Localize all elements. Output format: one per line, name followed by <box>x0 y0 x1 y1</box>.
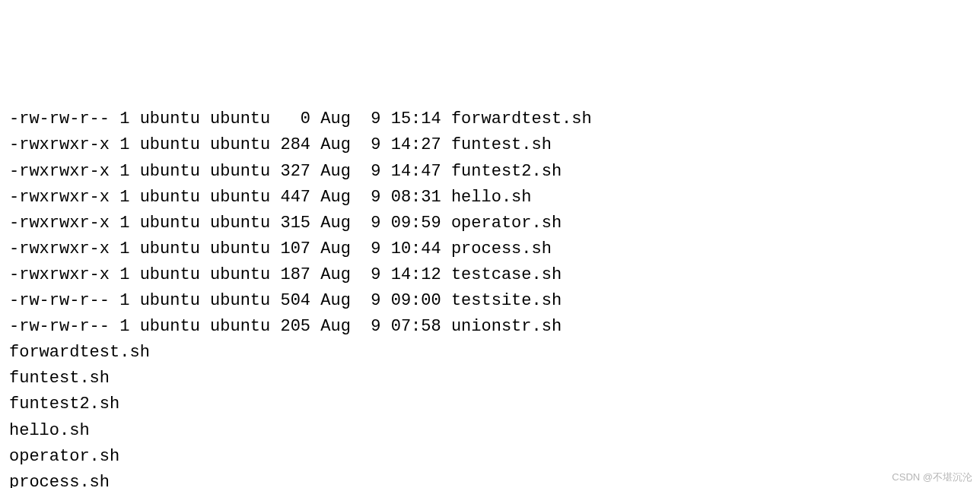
ls-short-row: funtest2.sh <box>9 391 971 417</box>
ls-short-row: hello.sh <box>9 418 971 444</box>
ls-short-row: forwardtest.sh <box>9 340 971 366</box>
ls-long-row: -rw-rw-r-- 1 ubuntu ubuntu 504 Aug 9 09:… <box>9 288 971 314</box>
ls-long-row: -rwxrwxr-x 1 ubuntu ubuntu 447 Aug 9 08:… <box>9 185 971 211</box>
ls-short-row: process.sh <box>9 470 971 488</box>
ls-short-row: operator.sh <box>9 444 971 470</box>
terminal-output: -rw-rw-r-- 1 ubuntu ubuntu 0 Aug 9 15:14… <box>9 106 971 488</box>
ls-long-row: -rwxrwxr-x 1 ubuntu ubuntu 107 Aug 9 10:… <box>9 236 971 262</box>
ls-long-row: -rwxrwxr-x 1 ubuntu ubuntu 327 Aug 9 14:… <box>9 159 971 185</box>
ls-short-row: funtest.sh <box>9 366 971 391</box>
ls-long-row: -rwxrwxr-x 1 ubuntu ubuntu 284 Aug 9 14:… <box>9 132 971 158</box>
watermark-text: CSDN @不堪沉沦 <box>892 470 972 485</box>
ls-long-row: -rw-rw-r-- 1 ubuntu ubuntu 205 Aug 9 07:… <box>9 314 971 340</box>
ls-long-row: -rwxrwxr-x 1 ubuntu ubuntu 315 Aug 9 09:… <box>9 211 971 236</box>
ls-long-row: -rwxrwxr-x 1 ubuntu ubuntu 187 Aug 9 14:… <box>9 262 971 288</box>
ls-long-row: -rw-rw-r-- 1 ubuntu ubuntu 0 Aug 9 15:14… <box>9 106 971 132</box>
